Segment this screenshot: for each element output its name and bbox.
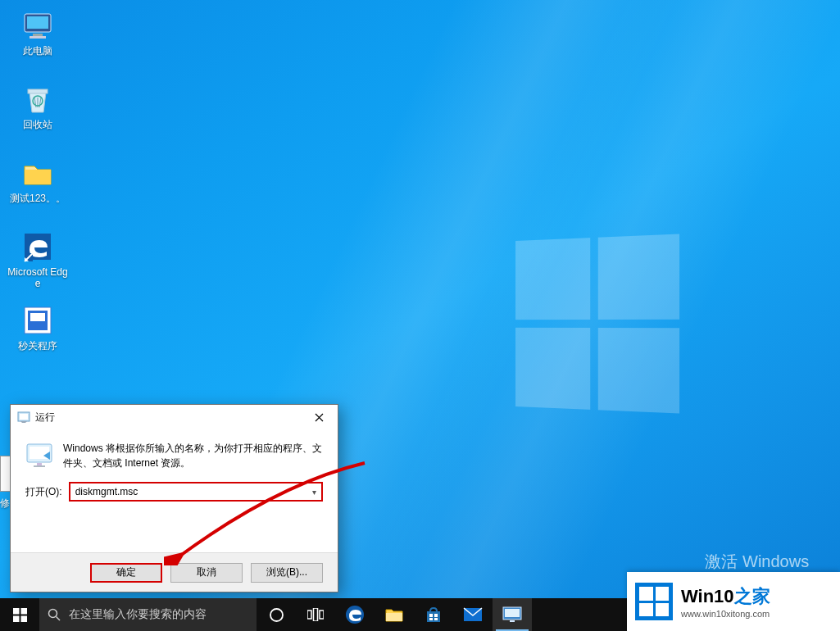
site-watermark: Win10之家 www.win10xitong.com [627, 572, 840, 631]
edge-icon [20, 229, 56, 265]
svg-point-23 [49, 610, 57, 618]
shutdown-icon [20, 302, 56, 338]
taskbar-mail[interactable] [453, 598, 493, 631]
desktop: 此电脑 回收站 测试123。。 Microsoft Edge 秒关程序 [0, 0, 840, 631]
watermark-brand: Win10之家 [681, 584, 770, 609]
recycle-bin-icon [20, 81, 56, 117]
folder-icon [20, 155, 56, 191]
start-button[interactable] [0, 598, 39, 631]
svg-rect-37 [505, 609, 520, 617]
run-description: Windows 将根据你所输入的名称，为你打开相应的程序、文件夹、文档或 Int… [63, 441, 323, 470]
search-icon [48, 608, 61, 621]
svg-rect-16 [37, 463, 42, 465]
svg-rect-27 [314, 608, 318, 621]
svg-rect-2 [33, 34, 43, 36]
watermark-url: www.win10xitong.com [681, 609, 770, 619]
store-icon [425, 606, 443, 624]
svg-rect-30 [386, 613, 402, 621]
taskbar-search[interactable]: 在这里输入你要搜索的内容 [39, 598, 257, 631]
icon-label: Microsoft Edge [7, 266, 69, 289]
icon-label: 秒关程序 [18, 340, 57, 352]
cortana-button[interactable] [257, 598, 296, 631]
icon-label: 回收站 [23, 119, 52, 130]
windows-logo-wallpaper [515, 234, 679, 414]
watermark-logo-icon [635, 583, 673, 620]
browse-button[interactable]: 浏览(B)... [251, 563, 323, 583]
svg-rect-21 [13, 615, 20, 622]
desktop-icon-shutdown[interactable]: 秒关程序 [7, 299, 69, 373]
folder-icon [385, 606, 403, 623]
taskbar-explorer[interactable] [375, 598, 414, 631]
run-title: 运行 [35, 411, 301, 424]
svg-rect-32 [434, 614, 438, 617]
windows-start-icon [13, 608, 27, 622]
run-dialog-icon [25, 441, 53, 469]
open-combobox[interactable]: ▾ [69, 482, 323, 502]
svg-rect-3 [30, 36, 46, 39]
cortana-icon [269, 607, 284, 623]
desktop-icon-recycle-bin[interactable]: 回收站 [7, 78, 69, 152]
svg-rect-13 [20, 414, 28, 420]
svg-rect-31 [429, 614, 433, 617]
desktop-icon-partial[interactable]: 修 [0, 456, 10, 518]
run-icon [502, 606, 522, 623]
svg-rect-38 [510, 620, 515, 622]
search-placeholder: 在这里输入你要搜索的内容 [69, 607, 207, 622]
svg-rect-20 [20, 608, 27, 615]
icon-label: 测试123。。 [10, 193, 66, 204]
task-view-button[interactable] [296, 598, 335, 631]
icon-label: 此电脑 [23, 45, 52, 57]
svg-rect-34 [434, 618, 438, 620]
chevron-down-icon[interactable]: ▾ [306, 488, 321, 497]
svg-rect-26 [307, 611, 311, 619]
open-label: 打开(O): [25, 485, 62, 499]
desktop-icon-folder[interactable]: 测试123。。 [7, 152, 69, 225]
mail-icon [463, 607, 483, 622]
task-view-icon [307, 608, 324, 621]
run-titlebar[interactable]: 运行 [11, 405, 338, 429]
close-icon [315, 413, 324, 422]
desktop-icon-edge[interactable]: Microsoft Edge [7, 225, 69, 299]
taskbar-run[interactable] [493, 598, 532, 631]
svg-rect-33 [429, 618, 433, 620]
svg-rect-4 [28, 89, 48, 93]
run-app-icon [17, 411, 30, 424]
close-button[interactable] [301, 406, 338, 429]
run-button-row: 确定 取消 浏览(B)... [11, 552, 338, 592]
svg-rect-28 [320, 611, 324, 619]
edge-icon [345, 605, 365, 624]
ok-button[interactable]: 确定 [90, 563, 162, 583]
svg-rect-17 [34, 465, 45, 467]
pc-icon [20, 7, 56, 43]
run-dialog: 运行 Windows 将根据你所输入的名称，为你打开相应的程序、文件夹、文档或 … [10, 404, 338, 592]
svg-rect-1 [27, 16, 48, 29]
desktop-icons: 此电脑 回收站 测试123。。 Microsoft Edge 秒关程序 [7, 4, 72, 373]
activation-line1: 激活 Windows [705, 551, 824, 573]
svg-rect-11 [30, 313, 45, 321]
open-input[interactable] [70, 483, 306, 500]
taskbar-store[interactable] [414, 598, 453, 631]
svg-point-25 [270, 609, 283, 621]
cancel-button[interactable]: 取消 [170, 563, 243, 583]
taskbar-edge[interactable] [335, 598, 375, 631]
svg-line-24 [57, 617, 61, 621]
svg-rect-22 [20, 615, 27, 622]
desktop-icon-this-pc[interactable]: 此电脑 [7, 4, 69, 78]
svg-rect-19 [13, 608, 20, 615]
